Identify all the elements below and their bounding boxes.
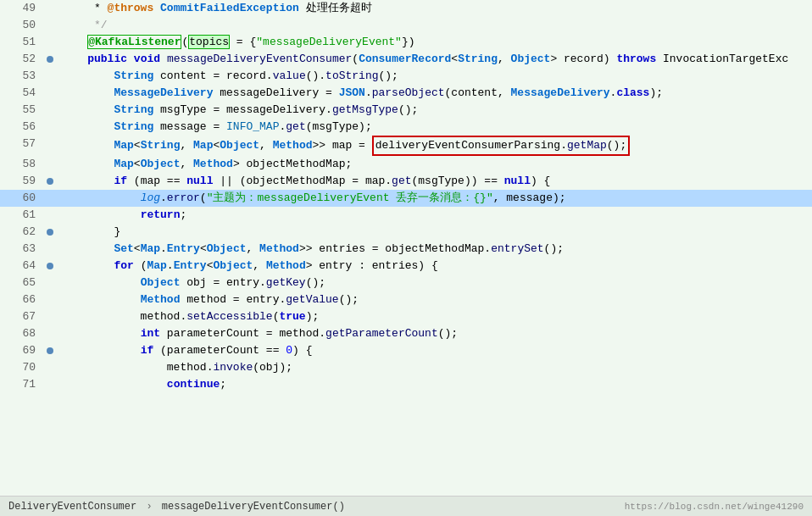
line-content-67: method.setAccessible(true); bbox=[58, 308, 812, 325]
line-content-64: for (Map.Entry<Object, Method> entry : e… bbox=[58, 258, 812, 275]
line-num-58: 58 bbox=[0, 156, 42, 173]
code-line-60: 60 log.error("主题为：messageDeliveryEvent 丢… bbox=[0, 190, 812, 207]
code-line-67: 67 method.setAccessible(true); bbox=[0, 308, 812, 325]
gutter-55 bbox=[42, 102, 58, 119]
gutter-67 bbox=[42, 308, 58, 325]
code-line-50: 50 */ bbox=[0, 17, 812, 34]
code-line-49: 49 * @throws CommitFailedException 处理任务超… bbox=[0, 0, 812, 17]
line-content-62: } bbox=[58, 224, 812, 241]
line-content-54: MessageDelivery messageDelivery = JSON.p… bbox=[58, 85, 812, 102]
line-content-66: Method method = entry.getValue(); bbox=[58, 291, 812, 308]
gutter-dot-59 bbox=[47, 178, 53, 185]
gutter-70 bbox=[42, 359, 58, 376]
code-line-55: 55 String msgType = messageDelivery.getM… bbox=[0, 102, 812, 119]
line-num-70: 70 bbox=[0, 359, 42, 376]
line-num-52: 52 bbox=[0, 51, 42, 68]
line-content-61: return; bbox=[58, 207, 812, 224]
line-content-49: * @throws CommitFailedException 处理任务超时 bbox=[58, 0, 812, 17]
gutter-61 bbox=[42, 207, 58, 224]
line-num-62: 62 bbox=[0, 224, 42, 241]
line-content-68: int parameterCount = method.getParameter… bbox=[58, 325, 812, 342]
status-bar: DeliveryEventConsumer › messageDeliveryE… bbox=[0, 496, 812, 516]
line-content-58: Map<Object, Method> objectMethodMap; bbox=[58, 156, 812, 173]
line-num-61: 61 bbox=[0, 207, 42, 224]
gutter-51 bbox=[42, 34, 58, 51]
gutter-58 bbox=[42, 156, 58, 173]
breadcrumb: DeliveryEventConsumer › messageDeliveryE… bbox=[8, 501, 625, 513]
code-line-51: 51 @KafkaListener(topics = {"messageDeli… bbox=[0, 34, 812, 51]
code-line-65: 65 Object obj = entry.getKey(); bbox=[0, 275, 812, 291]
code-line-63: 63 Set<Map.Entry<Object, Method>> entrie… bbox=[0, 241, 812, 258]
code-line-70: 70 method.invoke(obj); bbox=[0, 359, 812, 376]
gutter-66 bbox=[42, 291, 58, 308]
line-num-60: 60 bbox=[0, 190, 42, 207]
gutter-62 bbox=[42, 224, 58, 241]
gutter-52 bbox=[42, 51, 58, 68]
line-content-70: method.invoke(obj); bbox=[58, 359, 812, 376]
line-content-71: continue; bbox=[58, 376, 812, 393]
gutter-60 bbox=[42, 190, 58, 207]
topics-param: topics bbox=[188, 35, 230, 49]
line-num-69: 69 bbox=[0, 342, 42, 359]
breadcrumb-separator: › bbox=[146, 501, 152, 513]
gutter-68 bbox=[42, 325, 58, 342]
line-num-55: 55 bbox=[0, 102, 42, 119]
line-content-55: String msgType = messageDelivery.getMsgT… bbox=[58, 102, 812, 119]
line-num-71: 71 bbox=[0, 376, 42, 393]
code-line-58: 58 Map<Object, Method> objectMethodMap; bbox=[0, 156, 812, 173]
line-content-56: String message = INFO_MAP.get(msgType); bbox=[58, 119, 812, 136]
code-line-61: 61 return; bbox=[0, 207, 812, 224]
line-num-49: 49 bbox=[0, 0, 42, 17]
gutter-59 bbox=[42, 173, 58, 190]
line-num-59: 59 bbox=[0, 173, 42, 190]
breadcrumb-class: DeliveryEventConsumer bbox=[8, 501, 136, 513]
line-content-60: log.error("主题为：messageDeliveryEvent 丢弃一条… bbox=[58, 190, 812, 207]
code-line-57: 57 Map<String, Map<Object, Method>> map … bbox=[0, 136, 812, 156]
gutter-54 bbox=[42, 85, 58, 102]
line-num-65: 65 bbox=[0, 275, 42, 291]
gutter-50 bbox=[42, 17, 58, 34]
gutter-49 bbox=[42, 0, 58, 17]
line-num-54: 54 bbox=[0, 85, 42, 102]
gutter-71 bbox=[42, 376, 58, 393]
line-content-51: @KafkaListener(topics = {"messageDeliver… bbox=[58, 34, 812, 51]
gutter-dot-52 bbox=[47, 56, 53, 63]
code-line-69: 69 if (parameterCount == 0) { bbox=[0, 342, 812, 359]
gutter-63 bbox=[42, 241, 58, 258]
gutter-64 bbox=[42, 258, 58, 275]
gutter-53 bbox=[42, 68, 58, 85]
code-line-56: 56 String message = INFO_MAP.get(msgType… bbox=[0, 119, 812, 136]
kafka-listener-annotation: @KafkaListener bbox=[87, 35, 181, 49]
code-line-59: 59 if (map == null || (objectMethodMap =… bbox=[0, 173, 812, 190]
code-line-66: 66 Method method = entry.getValue(); bbox=[0, 291, 812, 308]
code-line-64: 64 for (Map.Entry<Object, Method> entry … bbox=[0, 258, 812, 275]
gutter-57 bbox=[42, 136, 58, 156]
line-content-50: */ bbox=[58, 17, 812, 34]
gutter-dot-62 bbox=[47, 229, 53, 236]
line-content-52: public void messageDeliveryEventConsumer… bbox=[58, 51, 812, 68]
code-line-52: 52 public void messageDeliveryEventConsu… bbox=[0, 51, 812, 68]
code-line-62: 62 } bbox=[0, 224, 812, 241]
gutter-dot-64 bbox=[47, 263, 53, 269]
line-num-53: 53 bbox=[0, 68, 42, 85]
code-line-71: 71 continue; bbox=[0, 376, 812, 393]
line-content-53: String content = record.value().toString… bbox=[58, 68, 812, 85]
line-content-65: Object obj = entry.getKey(); bbox=[58, 275, 812, 291]
line-num-56: 56 bbox=[0, 119, 42, 136]
gutter-69 bbox=[42, 342, 58, 359]
gutter-dot-69 bbox=[47, 347, 53, 354]
gutter-65 bbox=[42, 275, 58, 291]
gutter-56 bbox=[42, 119, 58, 136]
code-editor: 49 * @throws CommitFailedException 处理任务超… bbox=[0, 0, 812, 496]
line-num-50: 50 bbox=[0, 17, 42, 34]
breadcrumb-method: messageDeliveryEventConsumer() bbox=[162, 501, 345, 513]
line-content-63: Set<Map.Entry<Object, Method>> entries =… bbox=[58, 241, 812, 258]
line-num-51: 51 bbox=[0, 34, 42, 51]
line-num-63: 63 bbox=[0, 241, 42, 258]
line-num-57: 57 bbox=[0, 136, 42, 156]
code-line-54: 54 MessageDelivery messageDelivery = JSO… bbox=[0, 85, 812, 102]
line-content-57: Map<String, Map<Object, Method>> map = d… bbox=[58, 136, 812, 156]
line-content-69: if (parameterCount == 0) { bbox=[58, 342, 812, 359]
line-num-68: 68 bbox=[0, 325, 42, 342]
line-num-66: 66 bbox=[0, 291, 42, 308]
